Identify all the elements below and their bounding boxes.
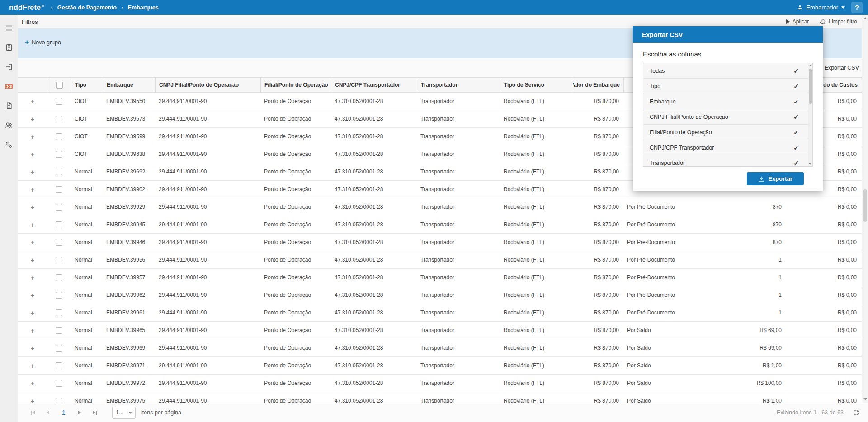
next-page-button[interactable] (74, 407, 85, 418)
expand-row-icon[interactable]: + (31, 98, 35, 105)
cell-cnpj_filial: 29.444.911/0001-90 (155, 181, 260, 198)
scroll-up-arrow-icon[interactable] (809, 65, 811, 66)
expand-row-icon[interactable]: + (31, 168, 35, 176)
scroll-down-arrow-icon[interactable] (863, 398, 867, 400)
last-page-button[interactable] (90, 407, 100, 418)
column-header-tipo[interactable]: Tipo (71, 78, 103, 92)
expand-row-icon[interactable]: + (31, 115, 35, 123)
expand-row-icon[interactable]: + (31, 327, 35, 334)
sidebar-item-documents[interactable] (3, 101, 15, 111)
export-button[interactable]: Exportar (747, 172, 804, 185)
sidebar-item-exit[interactable] (3, 62, 15, 72)
row-checkbox[interactable] (56, 398, 62, 403)
expand-row-icon[interactable]: + (31, 274, 35, 281)
select-all-checkbox[interactable] (56, 82, 63, 89)
expand-row-icon[interactable]: + (31, 133, 35, 141)
row-checkbox[interactable] (56, 116, 62, 122)
column-option-label: Todas (650, 68, 665, 74)
column-header-cnpj_filial[interactable]: CNPJ Filial/Ponto de Operação (155, 78, 260, 92)
row-checkbox[interactable] (56, 239, 62, 246)
column-header-check[interactable] (47, 78, 71, 92)
expand-row-icon[interactable]: + (31, 186, 35, 193)
cell-cnpj_transportador: 47.310.052/0001-28 (331, 198, 417, 216)
expand-row-icon[interactable]: + (31, 362, 35, 370)
column-option[interactable]: CNPJ/CPF Transportador✓ (643, 140, 812, 155)
column-option[interactable]: Filial/Ponto de Operação✓ (643, 125, 812, 140)
breadcrumb-item-embarques[interactable]: Embarques (128, 5, 159, 11)
scroll-up-arrow-icon[interactable] (863, 17, 867, 19)
column-header-embarque[interactable]: Embarque (103, 78, 155, 92)
row-checkbox[interactable] (56, 380, 62, 387)
sidebar-menu-toggle[interactable] (3, 23, 15, 33)
row-checkbox[interactable] (56, 221, 62, 228)
app-logo[interactable]: nddFrete (9, 4, 44, 12)
row-checkbox[interactable] (56, 327, 62, 334)
expand-row-icon[interactable]: + (31, 309, 35, 317)
list-scrollbar[interactable] (808, 63, 812, 166)
list-scrollbar-thumb[interactable] (809, 69, 812, 104)
refresh-button[interactable] (851, 407, 862, 418)
column-option[interactable]: CNPJ Filial/Ponto de Operação✓ (643, 109, 812, 125)
row-checkbox[interactable] (56, 292, 62, 299)
expand-row-icon[interactable]: + (31, 203, 35, 211)
download-icon (758, 176, 764, 182)
scrollbar-thumb[interactable] (863, 189, 867, 222)
column-header-expand[interactable] (18, 78, 47, 92)
first-page-button[interactable] (27, 407, 38, 418)
row-checkbox[interactable] (56, 98, 62, 105)
row-checkbox[interactable] (56, 133, 62, 140)
expand-row-icon[interactable]: + (31, 397, 35, 403)
user-role-menu[interactable]: Embarcador (797, 4, 845, 11)
sidebar-item-users[interactable] (3, 120, 15, 130)
sidebar-item-payments-active[interactable] (3, 81, 15, 91)
expand-row-icon[interactable]: + (31, 256, 35, 264)
column-option[interactable]: Embarque✓ (643, 94, 812, 109)
table-row: +NormalEMBDEV.3996529.444.911/0001-90Pon… (18, 322, 862, 339)
row-checkbox[interactable] (56, 169, 62, 175)
column-header-transportador[interactable]: Transportador (417, 78, 500, 92)
column-option[interactable]: Tipo✓ (643, 79, 812, 94)
cell-cnpj_transportador: 47.310.052/0001-28 (331, 269, 417, 286)
column-header-valor_embarque[interactable]: Valor do Embarque (573, 78, 623, 92)
cell-cnpj_transportador: 47.310.052/0001-28 (331, 128, 417, 145)
apply-filter-button[interactable]: Aplicar (786, 19, 809, 25)
expand-row-icon[interactable]: + (31, 291, 35, 299)
cell-valor_embarque: R$ 870,00 (573, 216, 623, 233)
cell-cnpj_transportador: 47.310.052/0001-28 (331, 304, 417, 321)
row-checkbox[interactable] (56, 274, 62, 281)
vertical-scrollbar[interactable] (862, 15, 868, 403)
clear-filter-button[interactable]: Limpar filtro (820, 19, 857, 25)
previous-page-button[interactable] (42, 407, 53, 418)
row-checkbox[interactable] (56, 257, 62, 263)
column-option[interactable]: Todas✓ (643, 63, 812, 79)
cell-tipo_servico: Rodoviário (FTL) (500, 251, 573, 268)
expand-row-icon[interactable]: + (31, 150, 35, 158)
current-page-number[interactable]: 1 (58, 409, 70, 416)
chevron-down-icon (841, 6, 845, 9)
sidebar-item-orders[interactable] (3, 42, 15, 52)
column-header-filial[interactable]: Filial/Ponto de Operação (260, 78, 331, 92)
page-size-dropdown[interactable]: 1... (112, 407, 136, 419)
expand-row-icon[interactable]: + (31, 239, 35, 246)
expand-row-icon[interactable]: + (31, 344, 35, 352)
cell-expand: + (18, 304, 47, 321)
breadcrumb-item-gestao[interactable]: Gestão de Pagamento (57, 5, 117, 11)
column-option[interactable]: Transportador✓ (643, 155, 812, 167)
cell-valor_embarque: R$ 870,00 (573, 286, 623, 304)
scroll-down-arrow-icon[interactable] (809, 163, 811, 165)
row-checkbox[interactable] (56, 151, 62, 158)
row-checkbox[interactable] (56, 362, 62, 369)
row-checkbox[interactable] (56, 186, 62, 193)
expand-row-icon[interactable]: + (31, 380, 35, 387)
column-header-cnpj_transportador[interactable]: CNPJ/CPF Transportador (331, 78, 417, 92)
expand-row-icon[interactable]: + (31, 221, 35, 229)
new-group-button[interactable]: + Novo grupo (25, 39, 61, 46)
row-checkbox[interactable] (56, 204, 62, 211)
cell-saldo_custos: R$ 0,00 (786, 234, 861, 251)
row-checkbox[interactable] (56, 345, 62, 352)
cell-embarque: EMBDEV.39599 (103, 128, 155, 145)
column-header-tipo_servico[interactable]: Tipo de Serviço (500, 78, 573, 92)
sidebar-item-settings[interactable] (3, 140, 15, 150)
help-button[interactable]: ? (851, 2, 863, 13)
row-checkbox[interactable] (56, 309, 62, 316)
